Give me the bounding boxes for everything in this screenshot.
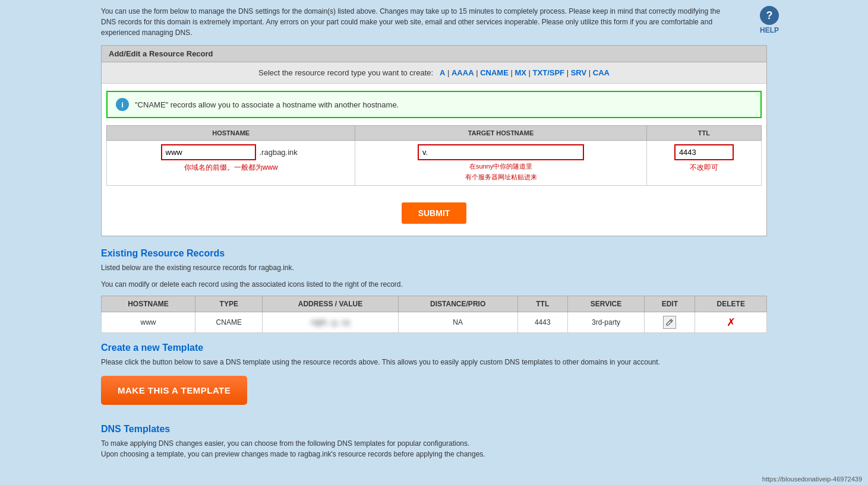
row-edit[interactable] bbox=[645, 312, 695, 333]
edit-icon[interactable] bbox=[663, 316, 676, 329]
col-hostname: HOSTNAME bbox=[102, 296, 195, 312]
record-type-srv[interactable]: SRV bbox=[571, 68, 587, 77]
col-edit: EDIT bbox=[645, 296, 695, 312]
dns-templates-section: DNS Templates To make applying DNS chang… bbox=[101, 424, 767, 459]
dns-templates-title: DNS Templates bbox=[101, 424, 767, 435]
delete-icon[interactable]: ✗ bbox=[701, 316, 760, 329]
col-delete: DELETE bbox=[695, 296, 767, 312]
col-ttl: TTL bbox=[517, 296, 567, 312]
target-header: TARGET HOSTNAME bbox=[355, 126, 646, 141]
dns-templates-desc1: To make applying DNS changes easier, you… bbox=[101, 438, 767, 449]
hostname-hint: 你域名的前缀。一般都为www bbox=[112, 163, 350, 173]
hostname-cell: .ragbag.ink 你域名的前缀。一般都为www bbox=[107, 141, 355, 186]
record-type-cname[interactable]: CNAME bbox=[480, 68, 509, 77]
row-service: 3rd-party bbox=[567, 312, 644, 333]
template-desc: Please click the button below to save a … bbox=[101, 357, 767, 367]
cname-info-box: i "CNAME" records allow you to associate… bbox=[106, 91, 762, 118]
help-label: HELP bbox=[760, 26, 779, 34]
cname-info-text: "CNAME" records allow you to associate a… bbox=[135, 100, 399, 109]
hostname-header: HOSTNAME bbox=[107, 126, 355, 141]
bottom-url: https://blousedonativeip-46972439 bbox=[762, 476, 862, 477]
existing-desc2: You can modify or delete each record usi… bbox=[101, 279, 767, 290]
add-edit-section: Add/Edit a Resource Record Select the re… bbox=[101, 45, 767, 236]
col-service: SERVICE bbox=[567, 296, 644, 312]
ttl-input[interactable] bbox=[674, 144, 734, 160]
template-title: Create a new Template bbox=[101, 343, 767, 353]
target-hint1: 在sunny中你的隧道里 bbox=[360, 162, 641, 171]
record-type-aaaa[interactable]: AAAA bbox=[452, 68, 474, 77]
row-ttl: 4443 bbox=[517, 312, 567, 333]
record-type-a[interactable]: A bbox=[440, 68, 445, 77]
info-icon: i bbox=[116, 98, 129, 111]
record-type-caa[interactable]: CAA bbox=[593, 68, 610, 77]
col-distance: DISTANCE/PRIO bbox=[398, 296, 517, 312]
existing-records-section: Existing Resource Records Listed below a… bbox=[101, 248, 767, 333]
template-section: Create a new Template Please click the b… bbox=[101, 343, 767, 414]
top-warning-text: You can use the form below to manage the… bbox=[101, 6, 767, 38]
target-input[interactable] bbox=[418, 144, 584, 160]
submit-button[interactable]: SUBMIT bbox=[402, 202, 467, 224]
domain-suffix: .ragbag.ink bbox=[256, 145, 301, 159]
dns-form-table: HOSTNAME TARGET HOSTNAME TTL .ragbag.ink… bbox=[106, 125, 762, 186]
col-address: ADDRESS / VALUE bbox=[263, 296, 398, 312]
table-row: www CNAME night...g...ny NA 4443 3rd-par… bbox=[102, 312, 767, 333]
records-table: HOSTNAME TYPE ADDRESS / VALUE DISTANCE/P… bbox=[101, 296, 767, 333]
submit-row: SUBMIT bbox=[102, 193, 766, 236]
target-hint2: 有个服务器网址粘贴进来 bbox=[360, 173, 641, 182]
record-type-mx[interactable]: MX bbox=[515, 68, 526, 77]
svg-line-0 bbox=[670, 321, 672, 322]
ttl-header: TTL bbox=[646, 126, 761, 141]
ttl-hint: 不改即可 bbox=[652, 163, 756, 173]
row-address: night...g...ny bbox=[263, 312, 398, 333]
row-type: CNAME bbox=[195, 312, 263, 333]
record-type-label: Select the resource record type you want… bbox=[258, 68, 433, 77]
help-button[interactable]: ? HELP bbox=[760, 6, 779, 34]
record-type-row: Select the resource record type you want… bbox=[102, 62, 766, 84]
row-hostname: www bbox=[102, 312, 195, 333]
help-icon: ? bbox=[760, 6, 779, 25]
section-title: Add/Edit a Resource Record bbox=[102, 46, 766, 62]
row-delete[interactable]: ✗ bbox=[695, 312, 767, 333]
hostname-input[interactable] bbox=[161, 144, 256, 160]
existing-desc1: Listed below are the existing resource r… bbox=[101, 262, 767, 273]
make-template-button[interactable]: MAKE THIS A TEMPLATE bbox=[101, 376, 247, 405]
target-cell: 在sunny中你的隧道里 有个服务器网址粘贴进来 bbox=[355, 141, 646, 186]
row-distance: NA bbox=[398, 312, 517, 333]
record-type-txtspf[interactable]: TXT/SPF bbox=[533, 68, 564, 77]
dns-templates-desc2: Upon choosing a template, you can previe… bbox=[101, 449, 767, 459]
col-type: TYPE bbox=[195, 296, 263, 312]
existing-title: Existing Resource Records bbox=[101, 248, 767, 259]
ttl-cell: 不改即可 bbox=[646, 141, 761, 186]
